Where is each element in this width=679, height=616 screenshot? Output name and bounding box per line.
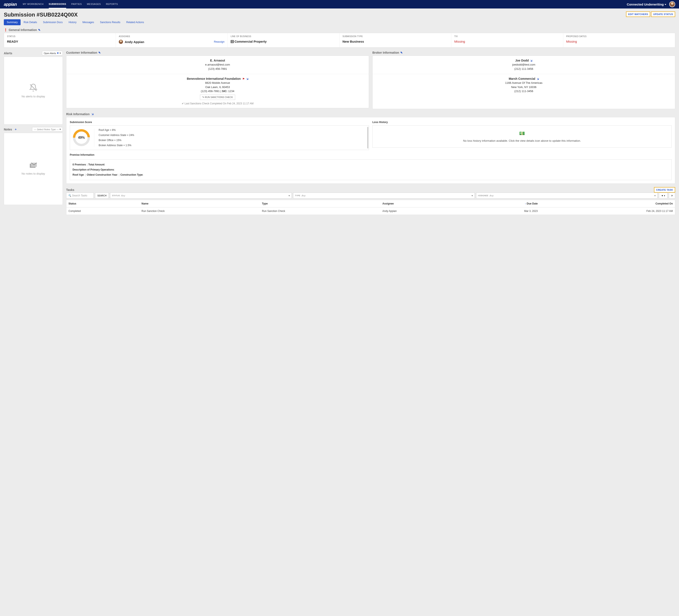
customer-title: Customer Information (66, 51, 97, 54)
broker-contact: Joe Dodd ⇲ joedodd@test.com (212) 111-34… (373, 56, 675, 74)
nav-submissions[interactable]: SUBMISSIONS (49, 0, 66, 8)
broker-addr1: 1166 Avenue Of The Americas (376, 81, 672, 85)
building-icon (231, 40, 234, 43)
logo: appian (4, 2, 17, 7)
tasks-table: Status Name Type Assignee ↑ Due Date Com… (66, 200, 675, 215)
right-column: Customer Information ✎ E. Arnaout e.arna… (66, 51, 675, 215)
task-refresh-button[interactable]: ⟳ (669, 193, 675, 198)
chevron-down-icon: ▾ (60, 128, 61, 131)
task-filter-button[interactable]: ▼ ▾ (659, 193, 668, 198)
premise-box: 0 Premises|Total Amount: Description of … (70, 159, 672, 180)
gi-subtype: SUBMISSION TYPE New Business (340, 33, 451, 47)
notes-empty-text: No notes to display (22, 172, 45, 175)
general-info-title: General Information (9, 28, 37, 32)
task-status-filter[interactable]: STATUSAny▾ (110, 193, 292, 198)
score-factors: Roof Age = 8% Customer Address State = 2… (94, 128, 366, 147)
customer-phone: (123) 456-7891 (69, 67, 366, 71)
col-name[interactable]: Name (139, 200, 260, 208)
risk-section: Risk Information ⇲ Submission Score 49% (66, 113, 675, 184)
create-task-button[interactable]: CREATE TASK (654, 187, 675, 193)
gi-assignee-value: Andy Appian (125, 40, 144, 44)
broker-addr2: New York, NY 10036 (376, 85, 672, 89)
gi-dates-label: PROPOSED DATES (566, 35, 672, 37)
broker-card: Joe Dodd ⇲ joedodd@test.com (212) 111-34… (373, 56, 675, 109)
premise-line-2: Description of Primary Operations: (72, 167, 669, 172)
tab-submission-docs[interactable]: Submission Docs (40, 19, 66, 25)
col-due[interactable]: ↑ Due Date (462, 200, 540, 208)
nav-messages[interactable]: MESSAGES (87, 0, 101, 8)
edit-icon[interactable]: ✎ (400, 51, 403, 54)
premise-const-label: Construction Type (121, 173, 143, 176)
nav-parties[interactable]: PARTIES (71, 0, 82, 8)
external-link-icon[interactable]: ⇲ (247, 78, 248, 80)
score-panel: 49% Roof Age = 8% Customer Address State… (70, 125, 369, 150)
alerts-empty-text: No alerts to display (22, 95, 45, 98)
general-info-header: ❗ General Information ✎ (4, 28, 675, 32)
main-columns: Alerts Open Alerts ✖ ▾ No alerts to disp… (4, 51, 675, 215)
edit-icon[interactable]: ✎ (98, 51, 101, 54)
tab-messages[interactable]: Messages (79, 19, 97, 25)
risk-title: Risk Information (66, 113, 90, 116)
task-type-filter[interactable]: TYPEAny▾ (293, 193, 475, 198)
chevron-down-icon: ▾ (472, 194, 473, 197)
sanctions-last-text: Last Sanctions Check Completed On Feb 24… (185, 102, 254, 105)
external-link-icon[interactable]: ⇲ (530, 59, 532, 62)
run-sanctions-button[interactable]: ✎ RUN SANCTIONS CHECK (200, 95, 235, 100)
premise-year-label: Oldest Construction Year (87, 173, 117, 176)
col-assignee[interactable]: Assignee (380, 200, 462, 208)
task-assignee-filter[interactable]: ASSIGNEEAny▾ (476, 193, 658, 198)
close-icon[interactable]: ✖ (57, 52, 59, 55)
submission-score: Submission Score 49% Roof Age = 8% Custo… (70, 121, 369, 150)
nav-my-workbench[interactable]: MY WORKBENCH (23, 0, 43, 8)
table-row[interactable]: Completed Run Sanction Check Run Sanctio… (66, 208, 675, 215)
page: Submission #SUB0224Q00X EDIT WATCHERS UP… (0, 8, 679, 218)
filter-label: ASSIGNEE (478, 194, 488, 197)
notes-title-wrap: Notes ＋ (4, 127, 17, 131)
sort-asc-icon: ↑ (525, 203, 526, 205)
loss-history: Loss History 💵 No loss history informati… (373, 121, 672, 150)
broker-company-name: Marsh Commercial (509, 77, 535, 81)
add-note-icon[interactable]: ＋ (14, 127, 17, 131)
tab-related-actions[interactable]: Related Actions (123, 19, 147, 25)
alerts-filter[interactable]: Open Alerts ✖ ▾ (42, 51, 63, 55)
edit-icon[interactable]: ✎ (38, 28, 40, 32)
task-search-input[interactable]: 🔍 Search Tasks (66, 193, 94, 198)
scrollbar[interactable] (367, 127, 368, 149)
tab-risk-details[interactable]: Risk Details (21, 19, 40, 25)
premise-line-3: Roof Age:|Oldest Construction Year:|Cons… (72, 172, 669, 177)
left-column: Alerts Open Alerts ✖ ▾ No alerts to disp… (4, 51, 63, 215)
tab-sanctions-results[interactable]: Sanctions Results (97, 19, 123, 25)
app-switcher[interactable]: Connected Underwriting (627, 3, 666, 6)
col-type[interactable]: Type (260, 200, 380, 208)
gi-lob-text: Commercial Property (234, 40, 267, 43)
alert-icon: ❗ (4, 28, 7, 32)
update-status-button[interactable]: UPDATE STATUS (651, 11, 675, 17)
premise-title: Premise Information (70, 153, 672, 156)
external-link-icon[interactable]: ⇲ (537, 78, 539, 80)
reassign-link[interactable]: Reassign (214, 40, 225, 43)
tab-summary[interactable]: Summary (4, 19, 21, 25)
factor-item: Roof Age = 8% (99, 128, 366, 131)
gi-status-value: READY (7, 40, 112, 43)
nav-reports[interactable]: REPORTS (106, 0, 118, 8)
task-search-button[interactable]: SEARCH (95, 193, 109, 198)
external-link-icon[interactable]: ⇲ (92, 113, 94, 116)
gi-assignee: ASSIGNEE Andy Appian Reassign (116, 33, 228, 47)
notes-type-select[interactable]: --- Select Notes Type --- ▾ (32, 127, 63, 131)
cell-assignee: Andy Appian (380, 208, 462, 215)
edit-watchers-button[interactable]: EDIT WATCHERS (626, 11, 650, 17)
customer-company: Benevolence International Foundation ⚑ ⇲… (66, 74, 369, 108)
broker-title: Broker Information (373, 51, 399, 54)
col-completed[interactable]: Completed On (540, 200, 675, 208)
flag-icon: ⚑ (243, 78, 245, 81)
col-status[interactable]: Status (66, 200, 139, 208)
broker-email: joedodd@test.com (376, 63, 672, 67)
chevron-down-icon: ▾ (289, 194, 290, 197)
user-avatar[interactable] (669, 1, 675, 7)
risk-box: Submission Score 49% Roof Age = 8% Custo… (66, 117, 675, 184)
navbar: appian MY WORKBENCH SUBMISSIONS PARTIES … (0, 0, 679, 8)
bell-off-icon (29, 83, 37, 92)
premise-count: 0 Premises (72, 163, 86, 166)
tab-history[interactable]: History (66, 19, 79, 25)
alerts-header: Alerts Open Alerts ✖ ▾ (4, 51, 63, 55)
